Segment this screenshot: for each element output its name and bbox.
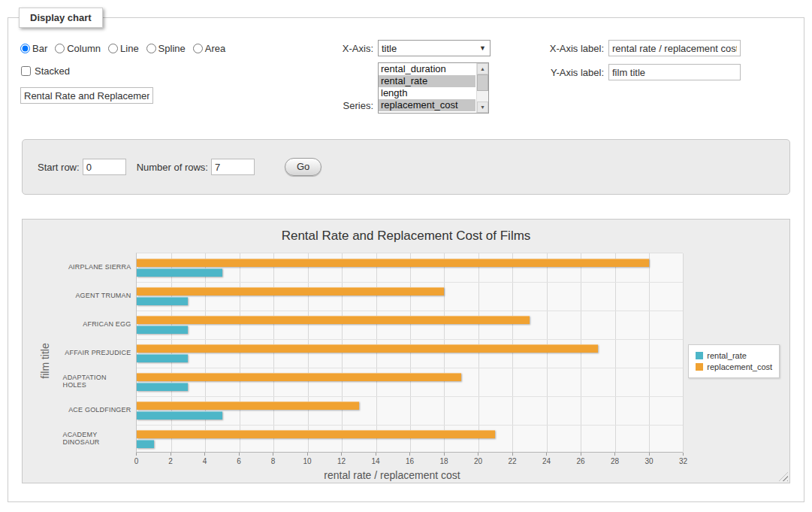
legend-label: replacement_cost — [707, 362, 772, 371]
x-tick-mark — [376, 453, 376, 456]
x-axis-label-label: X-Axis label: — [542, 43, 608, 54]
x-tick-mark — [478, 453, 478, 456]
bar-rental_rate — [137, 383, 188, 391]
x-tick-label: 32 — [679, 457, 687, 465]
scrollbar[interactable]: ▲ ▼ — [476, 63, 488, 113]
scrollbar-up-icon[interactable]: ▲ — [477, 63, 488, 74]
x-axis-select-label: X-Axis: — [331, 43, 378, 54]
gridline-vertical — [171, 253, 172, 452]
x-tick-mark — [614, 453, 615, 456]
x-tick-mark — [204, 453, 205, 456]
chart-title-row — [20, 87, 331, 104]
bar-rental_rate — [137, 411, 222, 420]
go-button[interactable]: Go — [285, 158, 321, 176]
plot-column: 02468101214161820222426283032 — [136, 253, 683, 469]
x-tick-label: 0 — [134, 457, 139, 465]
page: Display chart BarColumnLineSplineArea St… — [0, 0, 812, 512]
gridline-vertical — [615, 253, 616, 452]
radio-column[interactable] — [55, 44, 65, 53]
series-select-label: Series: — [331, 100, 378, 111]
x-tick-mark — [649, 453, 650, 456]
series-option-length[interactable]: length — [379, 87, 475, 99]
radio-bar[interactable] — [20, 44, 30, 53]
gridline-vertical — [273, 253, 274, 452]
chart-title: Rental Rate and Replacement Cost of Film… — [27, 229, 785, 244]
category-label: AGENT TRUMAN — [62, 281, 136, 310]
legend-swatch — [696, 363, 703, 371]
x-axis-select[interactable]: title ▼ — [378, 40, 491, 56]
chart-title-input[interactable] — [20, 87, 153, 104]
chart-type-option-bar[interactable]: Bar — [20, 43, 47, 54]
legend-item-replacement_cost[interactable]: replacement_cost — [696, 362, 772, 371]
num-rows-label: Number of rows: — [137, 162, 211, 173]
chart-type-option-spline[interactable]: Spline — [146, 43, 186, 54]
gridline-vertical — [649, 253, 650, 452]
fieldset-legend: Display chart — [19, 8, 103, 28]
x-tick-label: 24 — [542, 457, 551, 465]
gridline-vertical — [240, 253, 240, 452]
bar-replacement_cost — [137, 344, 597, 353]
radio-line[interactable] — [108, 44, 118, 53]
resize-handle-icon[interactable] — [779, 472, 788, 481]
start-row-label: Start row: — [38, 162, 83, 173]
gridline-vertical — [444, 253, 445, 452]
bar-replacement_cost — [137, 401, 358, 410]
category-label: AFRICAN EGG — [62, 310, 136, 338]
legend-item-rental_rate[interactable]: rental_rate — [696, 351, 772, 360]
scrollbar-down-icon[interactable]: ▼ — [477, 101, 488, 113]
gridline-horizontal — [137, 311, 683, 311]
x-tick-label: 22 — [508, 457, 516, 465]
chart-type-option-label: Spline — [158, 43, 186, 54]
start-row-input[interactable] — [83, 159, 126, 175]
series-option-rental_rate[interactable]: rental_rate — [379, 75, 475, 87]
stacked-checkbox[interactable] — [21, 66, 31, 76]
bar-replacement_cost — [137, 430, 495, 438]
chart-type-column: BarColumnLineSplineArea Stacked — [8, 40, 331, 120]
bar-replacement_cost — [137, 287, 444, 295]
chart-type-option-area[interactable]: Area — [193, 43, 225, 54]
gridline-vertical — [512, 253, 513, 452]
x-tick-mark — [273, 453, 273, 456]
series-option-rental_duration[interactable]: rental_duration — [379, 63, 475, 75]
x-tick-label: 6 — [237, 457, 241, 465]
gridline-horizontal — [137, 396, 683, 397]
y-axis-title-col: film title — [27, 253, 62, 469]
category-label: AFFAIR PREJUDICE — [62, 338, 136, 367]
x-axis-label-row: X-Axis label: — [542, 40, 804, 56]
series-list[interactable]: ▲ ▼ rental_durationrental_ratelengthrepl… — [378, 62, 489, 114]
scrollbar-thumb[interactable] — [477, 74, 488, 91]
display-chart-fieldset: Display chart BarColumnLineSplineArea St… — [8, 8, 804, 502]
radio-area[interactable] — [193, 44, 203, 53]
axis-label-column: X-Axis label: Y-Axis label: — [523, 40, 804, 120]
x-tick-label: 10 — [303, 457, 311, 465]
chart-type-option-line[interactable]: Line — [108, 43, 139, 54]
y-axis-label-input[interactable] — [608, 64, 741, 80]
num-rows-input[interactable] — [211, 159, 255, 175]
gridline-vertical — [205, 253, 206, 452]
x-axis-row: X-Axis: title ▼ — [331, 40, 523, 56]
chart-type-option-column[interactable]: Column — [55, 43, 101, 54]
x-tick-label: 8 — [271, 457, 276, 465]
bar-rental_rate — [137, 326, 188, 334]
x-axis-title: rental rate / replacement cost — [119, 469, 666, 481]
x-tick-label: 30 — [644, 457, 653, 465]
gridline-vertical — [342, 253, 343, 452]
chart-type-group: BarColumnLineSplineArea — [20, 40, 331, 56]
series-row: Series: ▲ ▼ rental_durationrental_ratele… — [331, 62, 523, 114]
bar-replacement_cost — [137, 259, 648, 267]
series-option-replacement_cost[interactable]: replacement_cost — [379, 99, 475, 111]
x-tick-mark — [683, 453, 684, 456]
legend-swatch — [696, 352, 703, 359]
gridline-vertical — [478, 253, 479, 452]
category-labels: AIRPLANE SIERRAAGENT TRUMANAFRICAN EGGAF… — [62, 253, 136, 469]
gridline-vertical — [547, 253, 548, 452]
stacked-label: Stacked — [35, 65, 70, 77]
gridline-horizontal — [137, 368, 683, 368]
x-axis-label-input[interactable] — [608, 40, 741, 56]
bar-rental_rate — [137, 354, 188, 362]
x-tick-mark — [239, 453, 240, 456]
chart-type-option-label: Area — [205, 43, 225, 54]
chart-controls: BarColumnLineSplineArea Stacked X-Axis: … — [8, 28, 804, 120]
bar-replacement_cost — [137, 316, 529, 324]
radio-spline[interactable] — [146, 44, 156, 53]
